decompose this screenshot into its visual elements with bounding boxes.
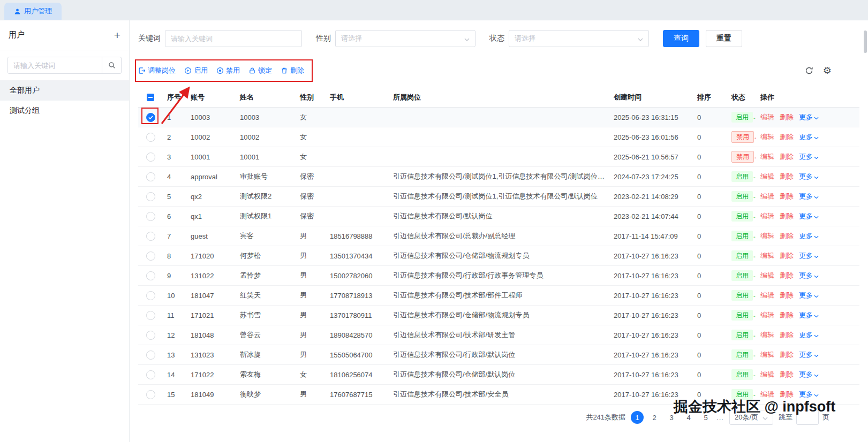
edit-link[interactable]: 编辑 [760,350,774,360]
row-checkbox[interactable] [146,311,155,320]
add-group-button[interactable]: + [114,29,120,41]
sidebar-search-input[interactable] [8,57,102,73]
cell-checkbox [138,385,163,405]
page-button-5[interactable]: 5 [699,411,712,424]
sidebar-item-all-users[interactable]: 全部用户 [0,80,129,101]
row-checkbox[interactable] [146,350,155,360]
delete-link[interactable]: 删除 [780,112,794,122]
cell-sort: 0 [693,147,727,167]
delete-link[interactable]: 删除 [780,192,794,201]
sidebar-item-test-group[interactable]: 测试分组 [0,101,129,121]
edit-link[interactable]: 编辑 [760,291,774,300]
toolbar-adjust-post-button[interactable]: 调整岗位 [138,66,176,75]
cell-sort: 0 [693,345,727,365]
edit-link[interactable]: 编辑 [760,172,774,181]
edit-link[interactable]: 编辑 [760,251,774,261]
cell-index: 14 [163,365,186,385]
more-link[interactable]: 更多 [799,271,819,280]
delete-link[interactable]: 删除 [780,271,794,280]
page-button-2[interactable]: 2 [648,411,661,424]
cell-phone [326,167,389,187]
delete-link[interactable]: 删除 [780,152,794,162]
cell-checkbox [138,286,163,306]
refresh-icon[interactable] [805,66,813,75]
search-icon[interactable] [102,57,121,73]
edit-link[interactable]: 编辑 [760,211,774,221]
edit-link[interactable]: 编辑 [760,330,774,340]
delete-link[interactable]: 删除 [780,132,794,142]
edit-link[interactable]: 编辑 [760,192,774,201]
row-checkbox[interactable] [146,370,155,379]
edit-link[interactable]: 编辑 [760,310,774,320]
status-select[interactable]: 请选择 [509,30,649,47]
more-link[interactable]: 更多 [799,310,819,320]
page-size-select[interactable]: 20条/页 [729,410,773,425]
toolbar-lock-button[interactable]: 锁定 [248,66,272,75]
search-button[interactable]: 查询 [663,30,699,47]
more-link[interactable]: 更多 [799,291,819,300]
delete-link[interactable]: 删除 [780,350,794,360]
status-badge: 启用 [731,270,753,281]
edit-link[interactable]: 编辑 [760,231,774,241]
more-link[interactable]: 更多 [799,112,819,122]
cell-account: guest [186,226,236,246]
delete-link[interactable]: 删除 [780,370,794,379]
edit-link[interactable]: 编辑 [760,112,774,122]
delete-link[interactable]: 删除 [780,172,794,181]
row-checkbox[interactable] [146,232,155,241]
row-checkbox[interactable] [146,331,155,340]
delete-link[interactable]: 删除 [780,291,794,300]
table-row: 21000210002女2025-06-23 16:01:560禁用编辑删除更多 [138,127,859,147]
row-checkbox[interactable] [146,172,155,181]
more-link[interactable]: 更多 [799,192,819,201]
delete-link[interactable]: 删除 [780,330,794,340]
keyword-input[interactable] [165,30,302,47]
more-link[interactable]: 更多 [799,251,819,261]
row-checkbox[interactable] [146,291,155,300]
delete-link[interactable]: 删除 [780,211,794,221]
edit-link[interactable]: 编辑 [760,132,774,142]
more-link[interactable]: 更多 [799,172,819,181]
edit-link[interactable]: 编辑 [760,271,774,280]
row-checkbox[interactable] [146,113,155,122]
more-link[interactable]: 更多 [799,390,819,399]
edit-link[interactable]: 编辑 [760,390,774,399]
row-checkbox[interactable] [146,252,155,261]
toolbar-disable-button[interactable]: 禁用 [216,66,240,75]
settings-icon[interactable]: ⚙ [823,66,832,75]
edit-link[interactable]: 编辑 [760,370,774,379]
tab-user-management[interactable]: 用户管理 [4,3,62,20]
scrollbar-thumb[interactable] [864,31,867,53]
select-all-checkbox[interactable] [147,94,154,101]
page-button-1[interactable]: 1 [631,411,644,424]
more-link[interactable]: 更多 [799,370,819,379]
cell-name: 宾客 [236,226,296,246]
delete-link[interactable]: 删除 [780,310,794,320]
status-badge: 启用 [731,310,753,321]
more-link[interactable]: 更多 [799,330,819,340]
row-checkbox[interactable] [146,192,155,201]
jump-page-input[interactable] [796,410,819,425]
delete-link[interactable]: 删除 [780,390,794,399]
row-checkbox[interactable] [146,133,155,142]
delete-link[interactable]: 删除 [780,231,794,241]
cell-status: 启用 [727,325,756,345]
delete-link[interactable]: 删除 [780,251,794,261]
page-button-4[interactable]: 4 [682,411,695,424]
reset-button[interactable]: 重置 [706,30,742,47]
more-link[interactable]: 更多 [799,350,819,360]
more-link[interactable]: 更多 [799,152,819,162]
row-checkbox[interactable] [146,212,155,221]
more-link[interactable]: 更多 [799,231,819,241]
row-checkbox[interactable] [146,153,155,162]
gender-select[interactable]: 请选择 [335,30,475,47]
row-checkbox[interactable] [146,390,155,399]
edit-link[interactable]: 编辑 [760,152,774,162]
toolbar-delete-button[interactable]: 删除 [281,66,304,75]
toolbar-enable-button[interactable]: 启用 [184,66,208,75]
status-badge: 禁用 [731,131,754,143]
more-link[interactable]: 更多 [799,211,819,221]
row-checkbox[interactable] [146,271,155,280]
more-link[interactable]: 更多 [799,132,819,142]
page-button-3[interactable]: 3 [665,411,678,424]
